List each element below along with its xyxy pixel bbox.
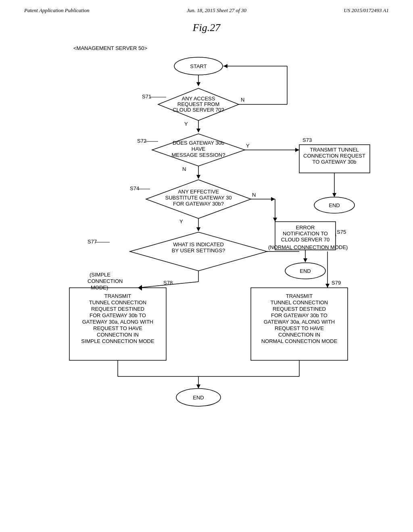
header-right: US 2015/0172493 A1	[344, 7, 389, 14]
s74-y-label: Y	[179, 218, 183, 224]
s77-simple-label2: CONNECTION	[88, 278, 123, 284]
arrowhead-s72-y	[295, 148, 299, 152]
s78-text7: CONNECTION IN	[97, 332, 139, 338]
s79-text6: REQUEST TO HAVE	[275, 325, 324, 331]
arrowhead-n-back	[223, 64, 227, 68]
s75-label: S75	[337, 229, 346, 235]
s79-text4: FOR GATEWAY 30b TO	[271, 312, 327, 318]
header-left: Patent Application Publication	[24, 7, 90, 14]
s72-label: S72	[137, 138, 146, 144]
s78-text5: GATEWAY 30a, ALONG WITH	[82, 319, 154, 325]
s75-text3: CLOUD SERVER 70	[281, 237, 330, 243]
s71-text2: REQUEST FROM	[177, 101, 220, 107]
arrowhead-s74-n	[271, 197, 275, 201]
s74-text3: FOR GATEWAY 30b?	[173, 201, 224, 207]
s73-text1: TRANSMIT TUNNEL	[310, 147, 359, 153]
s74-text2: SUBSTITUTE GATEWAY 30	[165, 195, 232, 201]
s79-text1: TRANSMIT	[286, 293, 313, 299]
s71-y-label: Y	[184, 121, 188, 127]
end3-text: END	[193, 395, 204, 401]
s74-n-label: N	[252, 192, 256, 198]
mgmt-server-label: <MANAGEMENT SERVER 50>	[73, 45, 147, 51]
s78-text6: REQUEST TO HAVE	[93, 325, 142, 331]
start-text: START	[190, 63, 206, 69]
s79-text5: GATEWAY 30a, ALONG WITH	[264, 319, 335, 325]
s71-text3: CLOUD SERVER 70?	[173, 107, 224, 113]
s72-n-label: N	[182, 166, 186, 172]
diagram-area: Fig.27 <MANAGEMENT SERVER 50> START S71 …	[0, 18, 413, 526]
arrowhead-s75	[273, 218, 277, 222]
s79-label: S79	[332, 280, 341, 286]
s73-text3: TO GATEWAY 30b	[312, 159, 356, 165]
arrowhead-4	[196, 227, 200, 231]
s75-text2: NOTIFICATION TO	[283, 231, 328, 237]
s72-text3: MESSAGE SESSION?	[172, 152, 225, 158]
s75-text1: ERROR	[296, 224, 315, 231]
s77-simple-label1: (SIMPLE	[90, 272, 111, 278]
arrowhead-s79	[325, 284, 330, 288]
end2-text: END	[300, 268, 311, 274]
arrowhead-s73-end1	[332, 193, 336, 197]
end1-text: END	[329, 202, 340, 208]
s77-text1: WHAT IS INDICATED	[173, 241, 224, 247]
flowchart-svg: <MANAGEMENT SERVER 50> START S71 ANY ACC…	[25, 38, 388, 522]
s79-text7: CONNECTION IN	[278, 332, 320, 338]
s73-label: S73	[302, 137, 312, 143]
s77-label: S77	[88, 239, 97, 245]
s79-text2: TUNNEL CONNECTION	[271, 299, 328, 305]
s77-text2: BY USER SETTINGS?	[172, 247, 225, 254]
arrowhead-end2	[303, 258, 307, 262]
s79-text3: REQUEST DESTINED	[273, 306, 326, 312]
arrowhead-2	[196, 129, 200, 133]
s74-text1: ANY EFFECTIVE	[178, 189, 219, 195]
s78-text8: SIMPLE CONNECTION MODE	[81, 338, 154, 344]
s72-text2: HAVE	[192, 146, 206, 152]
s78-text3: REQUEST DESTINED	[91, 306, 144, 312]
page-header: Patent Application Publication Jun. 18, …	[0, 0, 413, 18]
s73-text2: CONNECTION REQUEST	[303, 153, 365, 159]
s79-text8: NORMAL CONNECTION MODE	[261, 338, 338, 344]
s78-label: S78	[163, 280, 173, 286]
s74-label: S74	[130, 185, 139, 191]
fig-title: Fig.27	[24, 22, 389, 34]
arrowhead-end3	[196, 384, 200, 389]
s71-label: S71	[142, 94, 151, 100]
s78-text1: TRANSMIT	[104, 293, 131, 299]
arrowhead-3	[196, 175, 200, 179]
s78-text4: FOR GATEWAY 30b TO	[90, 312, 146, 318]
arrowhead-1	[196, 82, 200, 86]
s71-n-label: N	[241, 97, 244, 103]
s78-text2: TUNNEL CONNECTION	[89, 299, 147, 305]
header-center: Jun. 18, 2015 Sheet 27 of 30	[187, 7, 246, 14]
s72-text1: DOES GATEWAY 30b	[173, 140, 224, 146]
s71-text1: ANY ACCESS	[182, 96, 215, 102]
s77-normal-label: (NORMAL CONNECTION MODE)	[268, 244, 348, 250]
s72-y-label: Y	[246, 143, 250, 149]
